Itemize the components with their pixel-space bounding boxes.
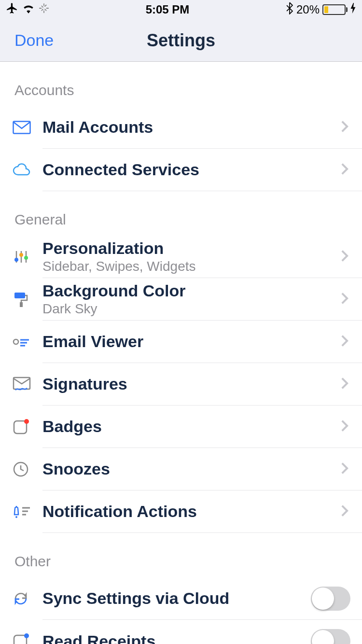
- row-mail-accounts[interactable]: Mail Accounts: [0, 106, 362, 149]
- chevron-right-icon: [339, 420, 350, 434]
- sliders-icon: [13, 249, 42, 265]
- row-label: Background Color: [42, 281, 339, 300]
- airplane-mode-icon: [6, 2, 18, 17]
- nav-bar: Done Settings: [0, 19, 362, 62]
- signature-icon: [13, 377, 42, 392]
- row-sync-settings[interactable]: Sync Settings via Cloud: [0, 577, 362, 620]
- row-label: Read Receipts: [42, 632, 311, 644]
- svg-point-9: [14, 339, 18, 344]
- row-snoozes[interactable]: Snoozes: [0, 448, 362, 490]
- status-time: 5:05 PM: [146, 3, 190, 16]
- sync-toggle[interactable]: [311, 587, 350, 611]
- svg-rect-7: [14, 293, 25, 298]
- chevron-right-icon: [339, 292, 350, 307]
- row-label: Badges: [42, 417, 339, 436]
- badge-icon: [13, 418, 42, 435]
- sync-icon: [13, 590, 42, 607]
- row-sublabel: Dark Sky: [42, 301, 339, 317]
- chevron-right-icon: [339, 504, 350, 519]
- bluetooth-icon: [286, 2, 293, 17]
- section-header-other: Other: [0, 533, 362, 577]
- row-label: Snoozes: [42, 460, 339, 478]
- row-label: Email Viewer: [42, 332, 339, 351]
- email-viewer-icon: [13, 336, 42, 348]
- svg-rect-8: [20, 302, 23, 307]
- row-read-receipts[interactable]: Read Receipts: [0, 620, 362, 644]
- row-badges[interactable]: Badges: [0, 406, 362, 448]
- svg-point-4: [19, 253, 23, 257]
- row-label: Signatures: [42, 375, 339, 393]
- svg-point-2: [14, 258, 18, 262]
- status-bar: 5:05 PM 20%: [0, 0, 362, 19]
- chevron-right-icon: [339, 120, 350, 135]
- row-signatures[interactable]: Signatures: [0, 363, 362, 406]
- read-receipts-icon: [13, 632, 42, 644]
- cloud-icon: [13, 163, 42, 177]
- row-label: Sync Settings via Cloud: [42, 589, 311, 608]
- svg-point-17: [15, 516, 17, 518]
- chevron-right-icon: [339, 163, 350, 177]
- row-notification-actions[interactable]: Notification Actions: [0, 490, 362, 533]
- chevron-right-icon: [339, 250, 350, 264]
- section-header-general: General: [0, 191, 362, 236]
- battery-percent: 20%: [296, 3, 320, 16]
- row-label: Mail Accounts: [42, 118, 339, 137]
- row-label: Connected Services: [42, 160, 339, 179]
- svg-point-6: [24, 256, 28, 260]
- charging-icon: [350, 3, 356, 16]
- bell-icon: [13, 504, 42, 519]
- section-header-accounts: Accounts: [0, 62, 362, 106]
- row-background-color[interactable]: Background Color Dark Sky: [0, 278, 362, 321]
- row-label: Personalization: [42, 239, 339, 258]
- row-label: Notification Actions: [42, 502, 339, 521]
- settings-content: Accounts Mail Accounts Connected Service…: [0, 62, 362, 644]
- battery-icon: [322, 4, 348, 15]
- mail-icon: [13, 121, 42, 134]
- read-receipts-toggle[interactable]: [311, 629, 350, 644]
- row-personalization[interactable]: Personalization Sidebar, Swipes, Widgets: [0, 236, 362, 278]
- loading-spinner-icon: [39, 3, 49, 16]
- clock-icon: [13, 461, 42, 477]
- paint-roller-icon: [13, 291, 42, 308]
- done-button[interactable]: Done: [14, 31, 54, 50]
- chevron-right-icon: [339, 377, 350, 392]
- page-title: Settings: [147, 30, 215, 51]
- row-email-viewer[interactable]: Email Viewer: [0, 321, 362, 363]
- svg-point-15: [24, 419, 29, 424]
- svg-point-22: [24, 633, 29, 638]
- row-connected-services[interactable]: Connected Services: [0, 149, 362, 191]
- row-sublabel: Sidebar, Swipes, Widgets: [42, 259, 339, 274]
- wifi-icon: [22, 3, 35, 16]
- chevron-right-icon: [339, 462, 350, 476]
- chevron-right-icon: [339, 335, 350, 349]
